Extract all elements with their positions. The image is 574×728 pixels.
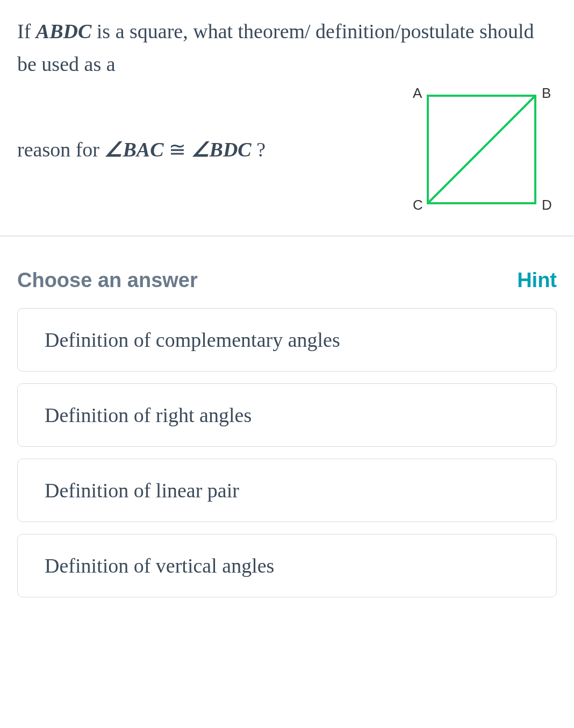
square-diagram: A B C D — [406, 85, 557, 214]
reason-suffix: ? — [256, 138, 266, 161]
hint-button[interactable]: Hint — [517, 269, 557, 292]
question-area: If ABDC is a square, what theorem/ defin… — [0, 0, 574, 235]
label-d: D — [542, 197, 552, 213]
option-right-angles[interactable]: Definition of right angles — [17, 383, 557, 447]
svg-line-1 — [428, 96, 535, 203]
q-intro-suffix: is a square, what theorem/ definition/po… — [17, 20, 534, 75]
label-c: C — [413, 197, 423, 213]
q-square-name: ABDC — [36, 20, 91, 42]
row-with-diagram: reason for ∠BAC ≅ ∠BDC ? A B C D — [17, 85, 557, 214]
congruent-symbol: ≅ — [169, 138, 186, 161]
reason-prefix: reason for — [17, 138, 104, 161]
choose-answer-label: Choose an answer — [17, 269, 198, 292]
square-svg — [406, 85, 557, 214]
option-complementary[interactable]: Definition of complementary angles — [17, 308, 557, 372]
options-list: Definition of complementary angles Defin… — [0, 308, 574, 619]
reason-line: reason for ∠BAC ≅ ∠BDC ? — [17, 138, 390, 161]
label-b: B — [542, 85, 551, 102]
angle-1: ∠BAC — [104, 138, 163, 161]
option-vertical-angles[interactable]: Definition of vertical angles — [17, 534, 557, 597]
option-linear-pair[interactable]: Definition of linear pair — [17, 459, 557, 522]
question-text: If ABDC is a square, what theorem/ defin… — [17, 15, 557, 81]
choose-row: Choose an answer Hint — [0, 237, 574, 308]
label-a: A — [413, 85, 422, 102]
q-intro-prefix: If — [17, 20, 36, 42]
angle-2: ∠BDC — [191, 138, 252, 161]
